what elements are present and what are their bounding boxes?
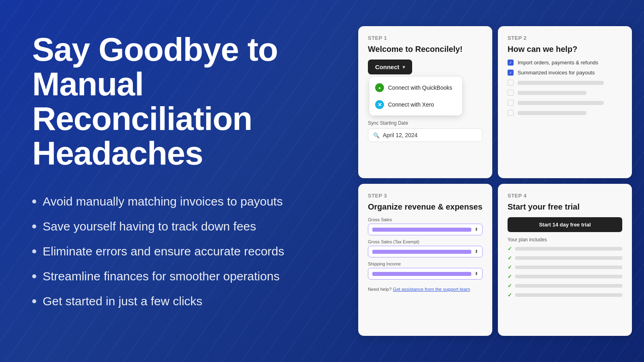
check-item-1[interactable]: ✓ Import orders, payments & refunds <box>508 60 622 66</box>
xero-icon: ✕ <box>375 100 384 109</box>
checklist: ✓ Import orders, payments & refunds ✓ Su… <box>508 60 622 116</box>
bullet-dot <box>32 299 36 303</box>
shipping-income-label: Shipping Income <box>368 261 483 266</box>
step3-label: STEP 3 <box>368 193 483 199</box>
plan-item-2: ✓ <box>508 255 622 261</box>
placeholder-line <box>515 284 622 288</box>
plan-item-3: ✓ <box>508 264 622 270</box>
chevron-down-icon: ⬍ <box>475 249 478 254</box>
check-green-icon: ✓ <box>508 292 512 298</box>
connect-xero-item[interactable]: ✕ Connect with Xero <box>369 96 462 113</box>
connect-xero-label: Connect with Xero <box>388 101 434 108</box>
chevron-down-icon: ⬍ <box>475 271 478 276</box>
bullet-text: Streamline finances for smoother operati… <box>43 269 280 283</box>
step4-card: STEP 4 Start your free trial Start 14 da… <box>498 184 632 336</box>
bullet-dot <box>32 249 36 253</box>
checkbox-checked-icon[interactable]: ✓ <box>508 70 514 76</box>
checkbox-checked-icon[interactable]: ✓ <box>508 60 514 66</box>
bullet-text: Avoid manually matching invoices to payo… <box>43 195 283 208</box>
check-item-2[interactable]: ✓ Summarized invoices for payouts <box>508 70 622 76</box>
gross-sales-select[interactable]: ⬍ <box>368 224 483 235</box>
sync-date-input[interactable]: 🔍 April 12, 2024 <box>368 128 483 142</box>
connect-quickbooks-item[interactable]: ● Connect with QuickBooks <box>369 79 462 96</box>
bullet-list: Avoid manually matching invoices to payo… <box>32 195 326 308</box>
placeholder-line <box>515 256 622 260</box>
select-fill <box>372 250 471 254</box>
sync-date-value: April 12, 2024 <box>383 132 417 138</box>
check-item-6[interactable] <box>508 110 622 116</box>
support-link[interactable]: Get assistance from the support team <box>393 287 470 292</box>
plan-includes-label: Your plan includes <box>508 237 622 243</box>
step3-card: STEP 3 Organize revenue & expenses Gross… <box>358 184 492 336</box>
bullet-text: Save yourself having to track down fees <box>43 220 256 233</box>
bullet-dot <box>32 224 36 228</box>
select-fill <box>372 272 471 276</box>
headline-line2: Reconciliation Headaches <box>32 100 252 171</box>
gross-sales-tax-label: Gross Sales (Tax Exempt) <box>368 239 483 244</box>
check-item-3[interactable] <box>508 80 622 86</box>
chevron-down-icon: ⬍ <box>475 227 478 232</box>
list-item: Avoid manually matching invoices to payo… <box>32 195 326 208</box>
check-green-icon: ✓ <box>508 264 512 270</box>
check-green-icon: ✓ <box>508 246 512 252</box>
headline: Say Goodbye to Manual Reconciliation Hea… <box>32 32 326 171</box>
check-green-icon: ✓ <box>508 283 512 289</box>
gross-sales-tax-exempt-field: Gross Sales (Tax Exempt) ⬍ <box>368 239 483 257</box>
left-panel: Say Goodbye to Manual Reconciliation Hea… <box>0 0 350 362</box>
placeholder-line <box>518 111 586 115</box>
select-fill <box>372 228 471 232</box>
check-item-5[interactable] <box>508 100 622 106</box>
gross-sales-field: Gross Sales ⬍ <box>368 217 483 235</box>
step1-title: Welcome to Reconcilely! <box>368 44 483 54</box>
start-trial-button[interactable]: Start 14 day free trial <box>508 217 622 232</box>
help-text: Need help? Get assistance from the suppo… <box>368 287 483 292</box>
shipping-income-select[interactable]: ⬍ <box>368 268 483 280</box>
step1-label: STEP 1 <box>368 35 483 41</box>
list-item: Eliminate errors and ensure accurate rec… <box>32 245 326 258</box>
checkbox-empty-icon[interactable] <box>508 80 514 86</box>
placeholder-line <box>518 91 586 95</box>
gross-sales-tax-select[interactable]: ⬍ <box>368 246 483 257</box>
step4-title: Start your free trial <box>508 202 622 212</box>
bullet-text: Eliminate errors and ensure accurate rec… <box>43 245 284 258</box>
bullet-dot <box>32 274 36 278</box>
connect-dropdown: ● Connect with QuickBooks ✕ Connect with… <box>369 77 462 115</box>
placeholder-line <box>518 101 604 105</box>
step4-label: STEP 4 <box>508 193 622 199</box>
chevron-down-icon: ▾ <box>402 64 405 70</box>
gross-sales-label: Gross Sales <box>368 217 483 222</box>
list-item: Get started in just a few clicks <box>32 294 326 308</box>
placeholder-line <box>515 265 622 269</box>
bullet-text: Get started in just a few clicks <box>43 294 202 308</box>
placeholder-line <box>518 81 604 85</box>
bullet-dot <box>32 200 36 204</box>
placeholder-line <box>515 293 622 297</box>
shipping-income-field: Shipping Income ⬍ <box>368 261 483 280</box>
connect-button[interactable]: Connect ▾ <box>368 60 412 74</box>
checkbox-empty-icon[interactable] <box>508 110 514 116</box>
calendar-icon: 🔍 <box>373 132 380 138</box>
step2-label: STEP 2 <box>508 35 622 41</box>
headline-line1: Say Goodbye to Manual <box>32 31 278 102</box>
checkbox-empty-icon[interactable] <box>508 90 514 96</box>
list-item: Streamline finances for smoother operati… <box>32 269 326 283</box>
quickbooks-icon: ● <box>375 83 384 92</box>
plan-item-5: ✓ <box>508 283 622 289</box>
step1-card: STEP 1 Welcome to Reconcilely! Connect ▾… <box>358 26 492 178</box>
plan-item-1: ✓ <box>508 246 622 252</box>
check-item-label: Import orders, payments & refunds <box>518 60 598 66</box>
checkbox-empty-icon[interactable] <box>508 100 514 106</box>
plan-items: ✓ ✓ ✓ ✓ ✓ <box>508 246 622 298</box>
step2-card: STEP 2 How can we help? ✓ Import orders,… <box>498 26 632 178</box>
placeholder-line <box>515 247 622 251</box>
check-green-icon: ✓ <box>508 255 512 261</box>
check-item-label: Summarized invoices for payouts <box>518 70 594 76</box>
connect-quickbooks-label: Connect with QuickBooks <box>388 84 452 91</box>
list-item: Save yourself having to track down fees <box>32 220 326 233</box>
step2-title: How can we help? <box>508 44 622 54</box>
placeholder-line <box>515 275 622 278</box>
step3-title: Organize revenue & expenses <box>368 202 483 212</box>
check-item-4[interactable] <box>508 90 622 96</box>
plan-item-4: ✓ <box>508 274 622 280</box>
sync-date-label: Sync Starting Date <box>368 120 483 126</box>
